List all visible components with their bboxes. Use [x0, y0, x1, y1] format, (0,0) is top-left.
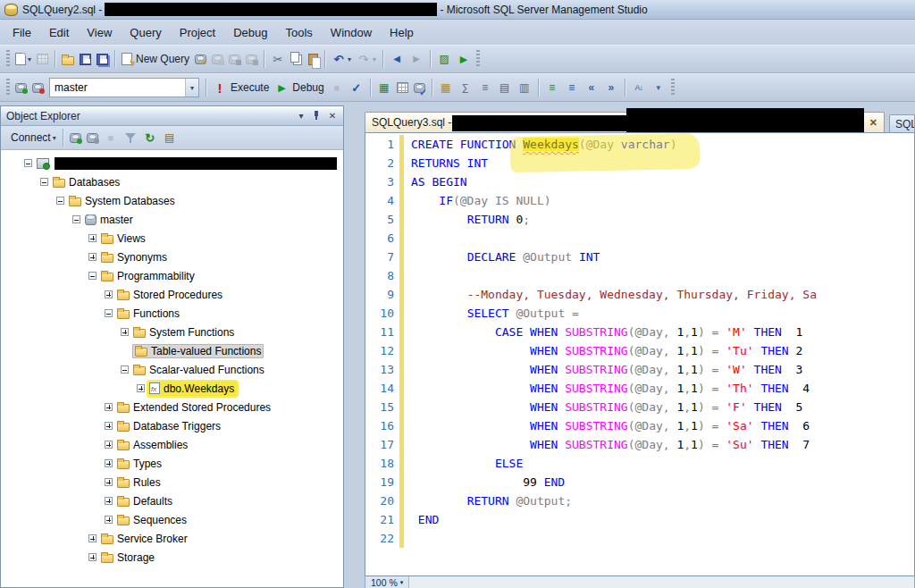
- undo-icon[interactable]: ▾: [329, 48, 354, 70]
- connect-object-icon[interactable]: [67, 127, 84, 148]
- expand-icon[interactable]: [105, 441, 113, 449]
- results-to-grid-icon[interactable]: [495, 77, 515, 98]
- tab-partial-sqlquery[interactable]: SQL: [889, 114, 915, 132]
- script-wizard-icon[interactable]: [160, 127, 180, 148]
- tree-node-stored-procedures[interactable]: Stored Procedures: [1, 285, 343, 304]
- include-actual-plan-icon[interactable]: [436, 77, 456, 98]
- filter-icon[interactable]: [121, 127, 140, 148]
- tree-node-service-broker[interactable]: Service Broker: [1, 529, 343, 548]
- decrease-indent-icon[interactable]: [582, 77, 601, 98]
- menu-edit[interactable]: Edit: [40, 22, 78, 43]
- tree-node-database-triggers[interactable]: Database Triggers: [1, 416, 343, 435]
- refresh-icon[interactable]: [140, 127, 160, 148]
- copy-icon[interactable]: [288, 48, 306, 70]
- expand-icon[interactable]: [105, 478, 113, 486]
- redo-icon[interactable]: ▾: [354, 48, 379, 70]
- tree-node-extended-stored-procedures[interactable]: Extended Stored Procedures: [1, 398, 343, 416]
- tree-node-storage[interactable]: Storage: [1, 548, 343, 567]
- collapse-icon[interactable]: [105, 309, 113, 317]
- expand-icon[interactable]: [88, 253, 97, 261]
- close-panel-icon[interactable]: ✕: [327, 111, 338, 121]
- tree-node-functions[interactable]: Functions: [1, 304, 343, 323]
- horizontal-scrollbar[interactable]: [409, 576, 914, 588]
- save-all-icon[interactable]: [94, 48, 111, 70]
- expand-icon[interactable]: [105, 459, 113, 467]
- tree-node-sequences[interactable]: Sequences: [1, 510, 343, 529]
- tree-node-table-valued-functions[interactable]: Table-valued Functions: [1, 341, 343, 360]
- tree-node-views[interactable]: Views: [1, 229, 343, 248]
- new-project-icon[interactable]: [34, 48, 51, 70]
- menu-view[interactable]: View: [78, 22, 121, 43]
- expand-icon[interactable]: [88, 534, 97, 542]
- stop-icon[interactable]: [101, 127, 121, 148]
- include-client-statistics-icon[interactable]: [456, 77, 475, 98]
- expand-icon[interactable]: [105, 290, 113, 298]
- tree-node-databases[interactable]: Databases: [1, 172, 343, 191]
- expand-icon[interactable]: [105, 497, 113, 505]
- execute-button[interactable]: Execute: [210, 77, 272, 98]
- tab-sqlquery3[interactable]: SQLQuery3.sql - ✕: [365, 112, 885, 132]
- menu-project[interactable]: Project: [171, 22, 224, 43]
- xmla-query-icon[interactable]: [243, 48, 260, 70]
- uncomment-selection-icon[interactable]: [562, 77, 582, 98]
- display-estimated-plan-icon[interactable]: [374, 77, 394, 98]
- menu-file[interactable]: File: [4, 22, 40, 43]
- change-connection-icon[interactable]: [29, 77, 46, 98]
- expand-icon[interactable]: [105, 422, 113, 430]
- expand-icon[interactable]: [105, 516, 113, 524]
- available-databases-icon[interactable]: [13, 77, 29, 98]
- zoom-dropdown-icon[interactable]: ▾: [400, 579, 404, 586]
- increase-indent-icon[interactable]: [601, 77, 621, 98]
- disconnect-object-icon[interactable]: [84, 127, 101, 148]
- parse-icon[interactable]: [347, 77, 366, 98]
- query-options-icon[interactable]: [394, 77, 411, 98]
- start-debugging-icon[interactable]: [454, 48, 474, 70]
- debug-button[interactable]: Debug: [272, 77, 326, 98]
- tree-node-defaults[interactable]: Defaults: [1, 491, 343, 510]
- tree-node-server[interactable]: [1, 154, 343, 172]
- expand-icon[interactable]: [105, 403, 113, 411]
- comment-selection-icon[interactable]: [542, 77, 562, 98]
- open-file-icon[interactable]: [59, 48, 77, 70]
- paste-icon[interactable]: [306, 48, 321, 70]
- menu-help[interactable]: Help: [381, 22, 423, 43]
- collapse-icon[interactable]: [72, 215, 80, 223]
- tree-node-rules[interactable]: Rules: [1, 473, 343, 491]
- collapse-icon[interactable]: [88, 272, 97, 280]
- collapse-icon[interactable]: [121, 365, 129, 374]
- tree-node-programmability[interactable]: Programmability: [1, 266, 343, 285]
- connect-button[interactable]: Connect▾: [4, 127, 59, 148]
- expand-icon[interactable]: [88, 234, 97, 242]
- database-combobox[interactable]: master▾: [49, 78, 199, 97]
- results-to-text-icon[interactable]: [475, 77, 495, 98]
- menu-tools[interactable]: Tools: [277, 22, 322, 43]
- intellisense-enabled-icon[interactable]: [411, 77, 428, 98]
- toolbar-options-icon[interactable]: [649, 77, 668, 98]
- navigate-backward-icon[interactable]: [387, 48, 407, 70]
- new-query-file-icon[interactable]: ▾: [13, 48, 34, 70]
- collapse-icon[interactable]: [40, 178, 48, 186]
- menu-query[interactable]: Query: [121, 22, 170, 43]
- new-query-button[interactable]: New Query: [119, 48, 192, 70]
- code-editor[interactable]: 1CREATE FUNCTION Weekdays(@Day varchar)2…: [365, 132, 915, 576]
- database-engine-query-icon[interactable]: [192, 48, 209, 70]
- tree-node-dbo-weekdays[interactable]: dbo.Weekdays: [1, 379, 343, 398]
- collapse-icon[interactable]: [24, 159, 32, 167]
- tree-node-types[interactable]: Types: [1, 454, 343, 473]
- mdx-query-icon[interactable]: [209, 48, 226, 70]
- tab-close-icon[interactable]: ✕: [869, 117, 877, 129]
- tree-node-system-databases[interactable]: System Databases: [1, 191, 343, 210]
- navigate-forward-icon[interactable]: [407, 48, 426, 70]
- results-to-file-icon[interactable]: [515, 77, 534, 98]
- expand-icon[interactable]: [88, 553, 97, 561]
- zoom-control[interactable]: 100 % ▾: [365, 576, 409, 588]
- window-position-icon[interactable]: ▾: [296, 111, 306, 121]
- menu-debug[interactable]: Debug: [224, 22, 276, 43]
- dmx-query-icon[interactable]: [226, 48, 243, 70]
- cancel-query-icon[interactable]: [327, 77, 347, 98]
- tree-node-master[interactable]: master: [1, 210, 343, 229]
- expand-icon[interactable]: [137, 384, 145, 392]
- tree-node-synonyms[interactable]: Synonyms: [1, 248, 343, 266]
- tree-node-scalar-valued-functions[interactable]: Scalar-valued Functions: [1, 360, 343, 379]
- collapse-icon[interactable]: [56, 197, 64, 205]
